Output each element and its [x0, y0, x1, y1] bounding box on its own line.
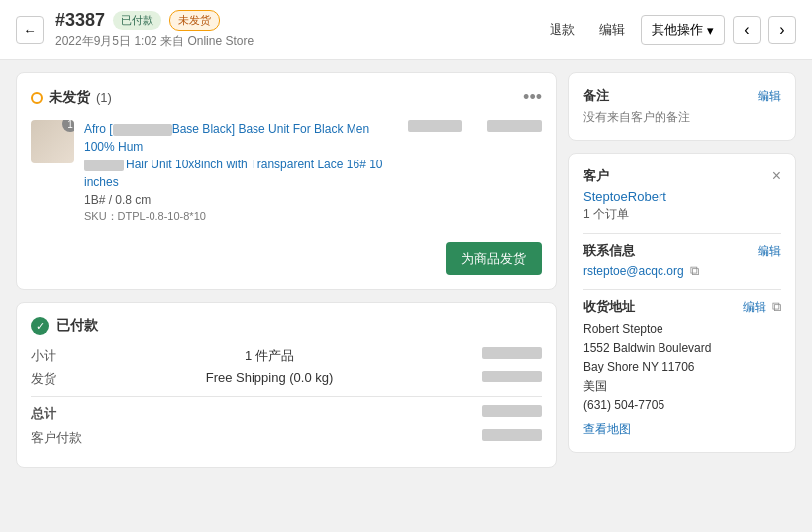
product-name-part1: Afro [: [84, 122, 113, 136]
product-price: [393, 120, 462, 139]
product-image: 1: [31, 120, 74, 163]
address-line-1: Robert Steptoe: [583, 320, 781, 339]
address-actions: 编辑 ⧉: [743, 299, 781, 316]
top-bar-left: ← #3387 已付款 未发货 2022年9月5日 1:02 来自 Online…: [16, 10, 254, 50]
notes-card: 备注 编辑 没有来自客户的备注: [568, 72, 796, 141]
customer-header: 客户 ×: [583, 167, 781, 185]
address-line-5: (631) 504-7705: [583, 396, 781, 415]
address-line-4: 美国: [583, 377, 781, 396]
paid-check-icon: ✓: [31, 317, 49, 335]
shipping-label: 发货: [31, 371, 56, 388]
next-order-button[interactable]: ›: [768, 16, 796, 44]
total-amount-blurred: [482, 405, 542, 417]
payment-label: 客户付款: [31, 429, 82, 447]
shipping-amount-blurred: [482, 371, 542, 382]
address-line-2: 1552 Baldwin Boulevard: [583, 339, 781, 358]
address-edit-link[interactable]: 编辑: [743, 299, 766, 316]
top-bar: ← #3387 已付款 未发货 2022年9月5日 1:02 来自 Online…: [0, 0, 812, 60]
more-options-icon[interactable]: •••: [523, 87, 542, 108]
contact-title: 联系信息: [583, 242, 635, 260]
refund-button[interactable]: 退款: [542, 17, 583, 43]
contact-header: 联系信息 编辑: [583, 242, 781, 260]
contact-section: 联系信息 编辑 rsteptoe@acqc.org ⧉: [583, 242, 781, 279]
map-link[interactable]: 查看地图: [583, 422, 631, 436]
product-row: 1 Afro [Base Black] Base Unit For Black …: [31, 120, 542, 224]
contact-email[interactable]: rsteptoe@acqc.org: [583, 265, 684, 278]
fulfill-btn-row: 为商品发货: [31, 234, 542, 275]
product-name-part3: Hair Unit 10x8inch with Transparent Lace…: [84, 158, 382, 189]
address-header: 收货地址 编辑 ⧉: [583, 298, 781, 316]
top-bar-right: 退款 编辑 其他操作 ▾ ‹ ›: [542, 15, 796, 45]
summary-row-subtotal: 小计 1 件产品: [31, 347, 542, 365]
summary-row-total: 总计: [31, 405, 542, 423]
unfulfilled-title: 未发货: [49, 89, 90, 107]
unfulfilled-title-row: 未发货 (1): [31, 89, 112, 107]
customer-info: SteptoeRobert 1 个订单: [583, 189, 781, 223]
orders-count: 1 个订单: [583, 206, 781, 223]
customer-section-title: 客户: [583, 167, 609, 185]
subtotal-amount-blurred: [482, 347, 542, 359]
notes-edit-link[interactable]: 编辑: [758, 88, 781, 105]
product-name-middle: Base Black: [172, 122, 232, 136]
summary-row-payment: 客户付款: [31, 429, 542, 447]
order-number: #3387: [55, 10, 105, 31]
product-name: Afro [Base Black] Base Unit For Black Me…: [84, 120, 383, 191]
badge-paid: 已付款: [113, 11, 161, 30]
total-label: 总计: [31, 405, 56, 423]
product-name-blurred: [113, 124, 172, 136]
address-line-3: Bay Shore NY 11706: [583, 358, 781, 376]
product-sku: SKU：DTPL-0.8-10-8*10: [84, 209, 383, 224]
right-column: 备注 编辑 没有来自客户的备注 客户 × SteptoeRobert 1 个订单…: [568, 72, 796, 468]
back-button[interactable]: ←: [16, 16, 44, 44]
shipping-value: Free Shipping (0.0 kg): [206, 371, 334, 388]
contact-edit-link[interactable]: 编辑: [758, 243, 781, 260]
map-link-row: 查看地图: [583, 421, 781, 438]
more-actions-button[interactable]: 其他操作 ▾: [641, 15, 725, 45]
contact-row: rsteptoe@acqc.org ⧉: [583, 264, 781, 279]
prev-order-button[interactable]: ‹: [733, 16, 761, 44]
more-actions-label: 其他操作: [652, 21, 703, 39]
unfulfilled-card: 未发货 (1) ••• 1 Afro [Base Black] Base Uni…: [16, 72, 557, 290]
notes-header: 备注 编辑: [583, 87, 781, 105]
paid-title-row: ✓ 已付款: [31, 317, 542, 335]
price-blurred: [408, 120, 462, 132]
unfulfilled-circle-icon: [31, 92, 43, 104]
product-total: [472, 120, 542, 135]
address-section: 收货地址 编辑 ⧉ Robert Steptoe 1552 Baldwin Bo…: [583, 298, 781, 438]
address-copy-icon[interactable]: ⧉: [772, 299, 781, 315]
next-icon: ›: [779, 21, 784, 39]
order-date: 2022年9月5日 1:02 来自 Online Store: [55, 33, 254, 50]
close-icon[interactable]: ×: [772, 167, 781, 185]
customer-divider2: [583, 289, 781, 290]
address-title: 收货地址: [583, 298, 635, 316]
back-icon: ←: [23, 23, 36, 38]
paid-card: ✓ 已付款 小计 1 件产品 发货 Free Shipping (0.0 kg)…: [16, 302, 557, 468]
badge-unfulfilled: 未发货: [169, 10, 220, 31]
main-layout: 未发货 (1) ••• 1 Afro [Base Black] Base Uni…: [0, 60, 812, 479]
copy-icon[interactable]: ⧉: [690, 264, 699, 279]
customer-card: 客户 × SteptoeRobert 1 个订单 联系信息 编辑 rstepto…: [568, 153, 796, 453]
customer-divider1: [583, 233, 781, 234]
prev-icon: ‹: [744, 21, 749, 39]
left-column: 未发货 (1) ••• 1 Afro [Base Black] Base Uni…: [16, 72, 557, 468]
no-notes-text: 没有来自客户的备注: [583, 109, 781, 126]
fulfill-button[interactable]: 为商品发货: [446, 242, 542, 275]
paid-title: 已付款: [56, 317, 98, 335]
product-variant: 1B# / 0.8 cm: [84, 193, 383, 207]
unfulfilled-card-header: 未发货 (1) •••: [31, 87, 542, 108]
total-blurred: [487, 120, 542, 132]
notes-title: 备注: [583, 87, 609, 105]
product-details: Afro [Base Black] Base Unit For Black Me…: [84, 120, 383, 224]
summary-divider: [31, 396, 542, 397]
order-info: #3387 已付款 未发货 2022年9月5日 1:02 来自 Online S…: [55, 10, 254, 50]
payment-amount-blurred: [482, 429, 542, 441]
chevron-down-icon: ▾: [707, 23, 714, 38]
unfulfilled-count: (1): [96, 90, 112, 105]
summary-row-shipping: 发货 Free Shipping (0.0 kg): [31, 371, 542, 388]
address-text: Robert Steptoe 1552 Baldwin Boulevard Ba…: [583, 320, 781, 415]
subtotal-value: 1 件产品: [245, 347, 294, 365]
subtotal-label: 小计: [31, 347, 56, 365]
product-name-blurred2: [84, 160, 124, 171]
customer-name-link[interactable]: SteptoeRobert: [583, 189, 781, 204]
edit-button[interactable]: 编辑: [591, 17, 633, 43]
